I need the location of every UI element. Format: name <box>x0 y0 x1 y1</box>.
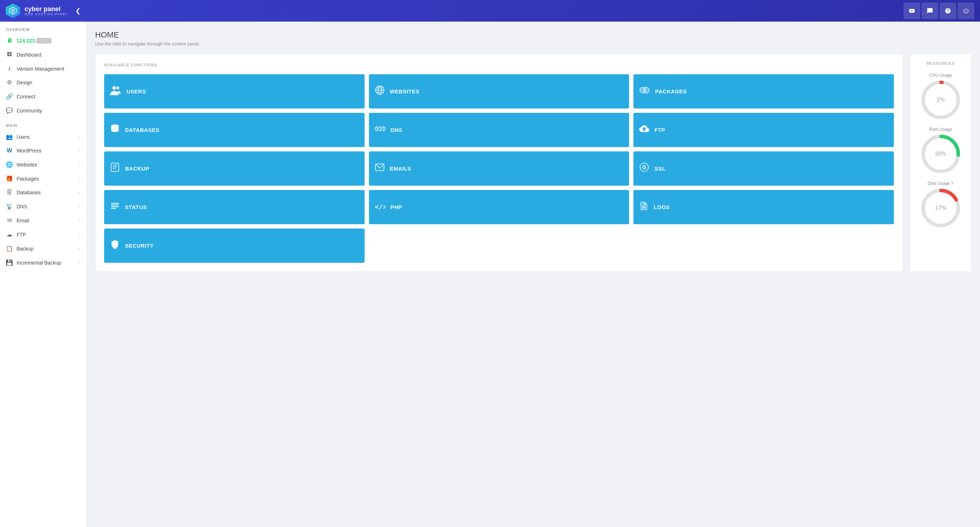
security-func-label: SECURITY <box>125 243 154 249</box>
security-func-icon <box>110 239 120 252</box>
logs-function-button[interactable]: LOGS <box>633 190 894 224</box>
backup-label: Backup <box>17 246 33 252</box>
sidebar-item-dashboard[interactable]: Dashboard <box>0 48 86 62</box>
community-icon: 💬 <box>6 107 13 114</box>
status-function-button[interactable]: STATUS <box>104 190 364 224</box>
email-icon: ✉ <box>6 217 13 224</box>
ram-value: 26% <box>935 151 947 157</box>
youtube-button[interactable] <box>904 3 920 19</box>
databases-function-button[interactable]: DATABASES <box>104 113 364 147</box>
wordpress-chevron-icon: › <box>79 148 80 153</box>
php-func-icon: </> <box>375 202 385 213</box>
backup-function-button[interactable]: BACKUP <box>104 151 364 186</box>
sidebar-item-community[interactable]: 💬 Community <box>0 103 86 118</box>
status-func-label: STATUS <box>125 204 147 210</box>
cpu-donut: 1% <box>921 80 961 120</box>
databases-chevron-icon: › <box>79 190 80 195</box>
svg-point-9 <box>112 86 116 90</box>
power-button[interactable] <box>958 3 974 19</box>
websites-chevron-icon: › <box>79 162 80 167</box>
disk-resource-item: Disk Usage '/' 17% <box>916 181 965 228</box>
backup-func-icon <box>110 162 120 175</box>
dashboard-icon <box>6 51 13 58</box>
emails-func-label: EMAILS <box>390 166 412 172</box>
sidebar-item-ip[interactable]: 🖥 124.223.■■■■■ <box>0 34 86 48</box>
users-function-button[interactable]: USERS <box>104 74 364 108</box>
ram-resource-item: Ram Usage 26% <box>916 127 965 174</box>
sidebar-item-users[interactable]: 👥 Users › <box>0 130 86 144</box>
dns-function-button[interactable]: DNS <box>369 113 630 147</box>
svg-rect-28 <box>111 163 119 171</box>
sidebar-item-connect[interactable]: 🔗 Connect <box>0 89 86 103</box>
sidebar-collapse-button[interactable]: ❮ <box>72 5 84 16</box>
logo-icon <box>6 3 20 18</box>
dashboard-label: Dashboard <box>17 52 41 58</box>
wordpress-icon: W <box>6 147 13 154</box>
dns-chevron-icon: › <box>79 204 80 209</box>
support-button[interactable] <box>940 3 956 19</box>
disk-donut: 17% <box>921 188 961 228</box>
emails-function-button[interactable]: EMAILS <box>369 151 630 186</box>
sidebar-item-design[interactable]: ⚙ Design <box>0 75 86 89</box>
svg-text:</>: </> <box>375 203 385 210</box>
logs-func-label: LOGS <box>654 204 670 210</box>
sidebar-item-email[interactable]: ✉ Email › <box>0 213 86 228</box>
dns-icon: 📡 <box>6 203 13 210</box>
websites-function-button[interactable]: WEBSITES <box>369 74 630 108</box>
cpu-value: 1% <box>936 97 945 103</box>
ftp-function-button[interactable]: FTP <box>633 113 894 147</box>
svg-rect-6 <box>10 52 11 54</box>
emails-func-icon <box>375 162 385 175</box>
status-func-icon <box>110 201 120 213</box>
svg-point-17 <box>643 87 649 93</box>
sidebar-item-websites[interactable]: 🌐 Websites › <box>0 158 86 172</box>
incremental-backup-label: Incremental Backup <box>17 260 61 266</box>
email-label: Email <box>17 218 29 223</box>
logs-func-icon <box>639 201 649 213</box>
ssl-func-label: SSL <box>654 166 665 172</box>
main-section-label: MAIN <box>0 118 86 130</box>
php-function-button[interactable]: </> PHP <box>369 190 630 224</box>
packages-func-label: PACKAGES <box>655 88 687 94</box>
packages-function-button[interactable]: PACKAGES <box>633 74 894 108</box>
incremental-backup-icon: 💾 <box>6 259 13 266</box>
main-content: HOME Use the tabs to navigate through th… <box>86 22 980 527</box>
logo-text-block: cyber panel WEB HOSTING PANEL <box>24 6 68 16</box>
topnav-right <box>904 3 974 19</box>
chat-button[interactable] <box>922 3 938 19</box>
sidebar-item-incremental-backup[interactable]: 💾 Incremental Backup › <box>0 256 86 270</box>
sidebar-item-ftp[interactable]: ☁ FTP › <box>0 228 86 242</box>
backup-icon: 📋 <box>6 245 13 252</box>
sidebar-item-databases[interactable]: 🗄 Databases › <box>0 186 86 199</box>
cpu-label: CPU Usage <box>929 73 952 78</box>
functions-grid: USERS WEBSITES <box>104 74 894 263</box>
websites-label: Websites <box>17 162 37 168</box>
ftp-func-icon <box>639 124 649 136</box>
dns-func-label: DNS <box>391 127 402 133</box>
sidebar-item-dns[interactable]: 📡 DNS › <box>0 199 86 213</box>
design-label: Design <box>17 80 32 86</box>
logo-subtitle: WEB HOSTING PANEL <box>24 12 68 16</box>
sidebar: OVERVIEW 🖥 124.223.■■■■■ Dashboard i Ver… <box>0 22 86 527</box>
page-subtitle: Use the tabs to navigate through the con… <box>95 41 971 46</box>
sidebar-item-packages[interactable]: 🎁 Packages › <box>0 172 86 186</box>
resources-panel: RESOURCES CPU Usage 1% Ram Usage <box>910 54 971 272</box>
sidebar-item-version-management[interactable]: i Version Management <box>0 62 86 75</box>
topnav: cyber panel WEB HOSTING PANEL ❮ <box>0 0 980 22</box>
cpu-resource-item: CPU Usage 1% <box>916 73 965 120</box>
svg-point-10 <box>116 86 119 89</box>
monitor-icon: 🖥 <box>6 38 13 44</box>
functions-title: AVAILABLE FUNCTIONS <box>104 63 894 67</box>
ram-label: Ram Usage <box>929 127 952 132</box>
backup-func-label: BACKUP <box>125 166 149 172</box>
security-function-button[interactable]: SECURITY <box>104 229 364 263</box>
ftp-func-label: FTP <box>654 127 665 133</box>
svg-point-20 <box>377 128 378 129</box>
sidebar-item-wordpress[interactable]: W WordPress › <box>0 144 86 158</box>
ssl-function-button[interactable]: SSL <box>633 151 894 186</box>
resources-title: RESOURCES <box>927 61 955 65</box>
sidebar-item-backup[interactable]: 📋 Backup › <box>0 242 86 256</box>
ip-address-text: 124.223.■■■■■ <box>17 38 51 44</box>
users-icon: 👥 <box>6 134 13 140</box>
design-icon: ⚙ <box>6 79 13 86</box>
